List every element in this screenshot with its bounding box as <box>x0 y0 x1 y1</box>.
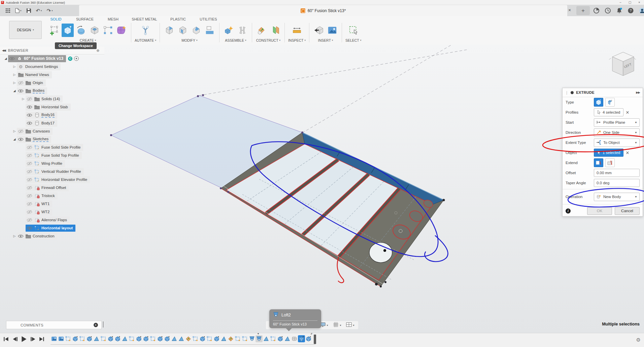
timeline-feature-mirror-19[interactable] <box>178 335 185 342</box>
expander-collapsed-icon[interactable]: ▷ <box>12 81 17 84</box>
inspect-menu[interactable]: INSPECT▾ <box>288 38 306 42</box>
ok-button[interactable]: OK <box>587 207 612 215</box>
activate-component-radio[interactable] <box>74 56 79 61</box>
browser-item-body16[interactable]: Body16 <box>0 111 104 119</box>
eye-icon[interactable] <box>27 113 32 117</box>
step-forward-button[interactable] <box>30 337 36 342</box>
expander-collapsed-icon[interactable]: ▷ <box>12 65 17 68</box>
timeline-feature-extrude-4[interactable] <box>72 335 79 342</box>
start-dropdown[interactable]: Profile Plane▼ <box>594 118 640 127</box>
insert-menu[interactable]: INSERT▾ <box>318 38 333 42</box>
browser-item-document-settings[interactable]: ▷⚙Document Settings <box>0 63 104 71</box>
eye-off-icon[interactable] <box>27 210 32 214</box>
press-pull-button[interactable] <box>163 24 175 37</box>
eye-off-icon[interactable] <box>18 129 24 133</box>
chamfer-button[interactable] <box>190 24 202 37</box>
expander-collapsed-icon[interactable]: ▷ <box>21 97 26 101</box>
eye-icon[interactable] <box>18 89 24 93</box>
file-menu-button[interactable]: ▾ <box>15 8 22 13</box>
dialog-header[interactable]: ❘ EXTRUDE ▶▶ <box>563 88 643 97</box>
timeline-feature-extrude-16[interactable] <box>157 335 164 342</box>
eye-off-icon[interactable] <box>27 169 32 174</box>
create-menu[interactable]: CREATE▾ <box>80 38 96 42</box>
eye-off-icon[interactable] <box>27 194 32 198</box>
tab-mesh[interactable]: MESH <box>108 17 118 21</box>
model-viewport[interactable]: LEFT ◀◀ BROWSER ⊕ ◢60" Fusion Stick v13C… <box>0 45 644 333</box>
expander-expanded-icon[interactable]: ◢ <box>12 138 17 141</box>
job-status-clock-icon[interactable] <box>605 7 611 14</box>
tab-utilities[interactable]: UTILITIES <box>200 17 217 21</box>
measure-button[interactable] <box>291 24 303 37</box>
timeline-feature-mirror-7[interactable] <box>93 335 100 342</box>
form-button[interactable] <box>115 24 128 37</box>
eye-off-icon[interactable] <box>27 161 32 166</box>
expander-collapsed-icon[interactable]: ▷ <box>12 234 17 238</box>
browser-item-fuse-solid-top-profile[interactable]: Fuse Solid Top Profile <box>0 151 104 159</box>
timeline-feature-extrude-33[interactable] <box>277 335 284 342</box>
grid-settings-icon[interactable]: ▼ <box>333 322 342 329</box>
timeline-feature-extrude-10[interactable] <box>114 335 121 342</box>
minimize-button[interactable]: – <box>616 1 625 4</box>
expander-expanded-icon[interactable]: ◢ <box>12 89 17 92</box>
pattern-button[interactable] <box>102 24 114 37</box>
timeline-feature-sketch-27[interactable] <box>234 335 241 342</box>
extend-adjacent-button[interactable] <box>605 158 615 167</box>
joint-button[interactable] <box>236 24 248 37</box>
eye-icon[interactable] <box>27 105 32 109</box>
revolve-button[interactable] <box>75 24 87 37</box>
browser-item-bodies[interactable]: ◢Bodies <box>0 87 104 95</box>
extend-faces-button[interactable] <box>594 158 603 167</box>
direction-dropdown[interactable]: One Side▼ <box>594 128 640 137</box>
add-comment-icon[interactable]: + <box>94 323 98 327</box>
close-tab-icon[interactable]: × <box>568 8 571 12</box>
browser-item-horizontal-elevator-profile[interactable]: Horizontal/ Elevator Profile <box>0 176 104 184</box>
timeline-feature-sketch-5[interactable] <box>79 335 86 342</box>
comments-bar[interactable]: COMMENTS + <box>6 321 102 329</box>
close-window-button[interactable]: × <box>635 1 644 4</box>
assemble-menu[interactable]: ASSEMBLE▾ <box>225 38 246 42</box>
construct-plane-button[interactable] <box>256 24 268 37</box>
tab-plastic[interactable]: PLASTIC <box>170 17 186 21</box>
browser-item-horizontal-stab[interactable]: Horizontal Stab <box>0 103 104 111</box>
eye-icon[interactable] <box>18 234 24 238</box>
help-icon[interactable]: ? <box>628 7 634 14</box>
timeline-settings-gear-icon[interactable]: ⚙ <box>636 337 641 343</box>
timeline-feature-extrude-37[interactable] <box>305 335 312 342</box>
modify-menu[interactable]: MODIFY▾ <box>181 38 197 42</box>
clear-profiles-icon[interactable]: ✕ <box>625 110 629 115</box>
timeline-feature-sketch-12[interactable] <box>128 335 135 342</box>
timeline-feature-mirror-34[interactable] <box>284 335 291 342</box>
timeline-feature-plane-26[interactable] <box>227 335 234 342</box>
step-back-button[interactable] <box>12 337 18 342</box>
browser-item-firewall-offset[interactable]: Firewall Offset <box>0 184 104 192</box>
play-button[interactable] <box>21 336 27 342</box>
automate-button[interactable] <box>139 24 151 37</box>
browser-item-fuse-solid-side-profile[interactable]: Fuse Solid Side Profile <box>0 143 104 151</box>
construct-plane2-button[interactable] <box>269 24 281 37</box>
timeline-feature-mirror-25[interactable] <box>220 335 227 342</box>
timeline-feature-extrude-13[interactable] <box>135 335 142 342</box>
shell-button[interactable] <box>177 24 189 37</box>
info-icon[interactable]: i <box>566 208 571 214</box>
select-menu[interactable]: SELECT▾ <box>345 38 361 42</box>
eye-icon[interactable] <box>9 56 15 61</box>
timeline-feature-mirror-31[interactable] <box>263 335 270 342</box>
timeline-feature-sketch-32[interactable] <box>270 335 277 342</box>
tab-solid[interactable]: SOLID <box>50 17 61 21</box>
undo-button[interactable]: ↶▾ <box>36 8 42 13</box>
timeline-feature-sketch-15[interactable] <box>149 335 157 342</box>
eye-off-icon[interactable] <box>27 153 32 158</box>
automate-menu[interactable]: AUTOMATE▾ <box>135 38 156 42</box>
offset-input[interactable]: 0.00 mm <box>594 169 640 177</box>
timeline-feature-sketch-3[interactable] <box>65 335 72 342</box>
canvas-button[interactable] <box>326 24 338 37</box>
app-grid-menu-icon[interactable] <box>5 8 10 13</box>
viewports-icon[interactable]: ▼ <box>346 322 355 329</box>
view-cube[interactable]: LEFT <box>606 47 639 82</box>
maximize-button[interactable]: ▢ <box>625 1 635 4</box>
browser-item-tristock[interactable]: Tristock <box>0 192 104 200</box>
timeline-feature-extrude-active-36[interactable] <box>298 335 305 342</box>
type-thin-extrude-button[interactable] <box>605 98 615 107</box>
hole-button[interactable] <box>89 24 101 37</box>
tab-surface[interactable]: SURFACE <box>76 17 94 21</box>
